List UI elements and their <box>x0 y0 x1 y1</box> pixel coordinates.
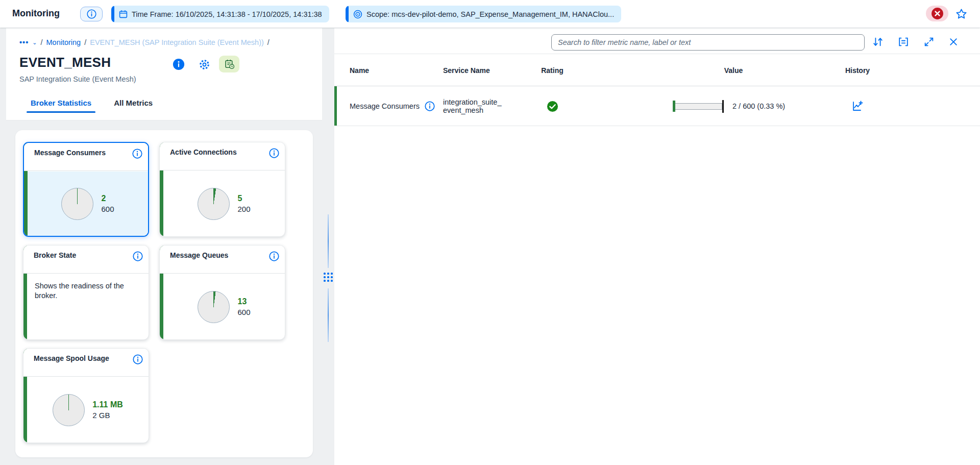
metric-cards-grid: Message Consumers 2 600 Active Connectio… <box>23 142 285 443</box>
breadcrumb-link-monitoring[interactable]: Monitoring <box>46 38 81 46</box>
page-title: EVENT_MESH <box>19 55 111 70</box>
metric-value: 1.11 MB <box>92 400 123 409</box>
breadcrumb: ••• ⌄ / Monitoring / EVENT_MESH (SAP Int… <box>19 38 270 46</box>
value-bar-track <box>675 103 722 110</box>
breadcrumb-overflow-button[interactable]: ••• <box>19 38 29 46</box>
show-labels-button[interactable] <box>897 35 910 48</box>
card-header: Message Consumers <box>24 143 148 171</box>
rating-good-icon <box>547 101 558 112</box>
chip-accent-bar <box>111 6 114 22</box>
card-values: 1.11 MB 2 GB <box>92 400 123 420</box>
metric-card[interactable]: Broker State Shows the readiness of the … <box>23 245 149 340</box>
page-info-button[interactable] <box>80 7 103 21</box>
info-icon[interactable] <box>425 101 435 111</box>
broker-statistics-panel: Message Consumers 2 600 Active Connectio… <box>15 130 313 457</box>
card-header: Message Queues <box>160 246 285 274</box>
value-threshold-marker <box>722 100 724 113</box>
search-input[interactable] <box>551 34 865 51</box>
table-row[interactable]: Message Consumers integration_suite_even… <box>334 86 980 126</box>
metric-card[interactable]: Message Queues 13 600 <box>159 245 285 340</box>
error-status-button[interactable] <box>926 6 948 21</box>
page-subtitle: SAP Integration Suite (Event Mesh) <box>19 75 136 83</box>
card-body: 2 600 <box>28 172 148 236</box>
tab-broker-statistics[interactable]: Broker Statistics <box>31 99 91 113</box>
card-body: 5 200 <box>163 171 285 236</box>
metric-value: 5 <box>237 194 250 203</box>
splitter-grip-icon[interactable] <box>324 270 333 285</box>
scope-target-icon <box>353 10 362 19</box>
card-values: 2 600 <box>101 194 114 213</box>
settings-button[interactable] <box>198 58 211 71</box>
star-icon <box>955 8 968 20</box>
column-header-history[interactable]: History <box>822 54 893 86</box>
column-header-name[interactable]: Name <box>350 54 369 86</box>
metric-limit: 600 <box>101 205 114 213</box>
breadcrumb-separator: / <box>84 38 86 46</box>
metric-limit: 200 <box>237 205 250 213</box>
card-title: Active Connections <box>170 148 257 156</box>
cell-name: Message Consumers <box>350 86 435 126</box>
add-to-history-button[interactable] <box>822 86 893 126</box>
tab-all-metrics[interactable]: All Metrics <box>114 99 153 113</box>
splitter-line <box>328 288 329 342</box>
info-icon[interactable] <box>133 251 143 261</box>
close-icon <box>948 37 959 47</box>
top-bar: Monitoring Time Frame: 16/10/2025, 14:31… <box>0 0 980 28</box>
scope-label: Scope: mcs-dev-pilot-demo, SAP_Expense_M… <box>366 10 614 18</box>
calendar-icon <box>119 10 128 18</box>
close-panel-button[interactable] <box>947 35 960 48</box>
metric-limit: 600 <box>237 308 250 316</box>
time-frame-chip[interactable]: Time Frame: 16/10/2025, 14:31:38 - 17/10… <box>111 6 329 22</box>
value-label: 2 / 600 (0.33 %) <box>732 102 785 110</box>
card-title: Message Spool Usage <box>34 354 120 362</box>
metric-name: Message Consumers <box>350 102 420 110</box>
calendar-clock-icon <box>224 59 235 69</box>
breadcrumb-separator: / <box>267 38 270 46</box>
metrics-toolbar <box>334 28 980 54</box>
info-icon[interactable] <box>269 148 279 158</box>
title-info-button[interactable] <box>172 58 185 71</box>
card-title: Message Consumers <box>34 149 121 157</box>
fullscreen-icon <box>923 36 935 47</box>
panel-splitter[interactable] <box>322 28 334 465</box>
metric-card[interactable]: Active Connections 5 200 <box>159 142 285 237</box>
metric-value: 2 <box>101 194 114 203</box>
tab-bar: Broker Statistics All Metrics <box>31 99 153 113</box>
scope-chip[interactable]: Scope: mcs-dev-pilot-demo, SAP_Expense_M… <box>346 6 621 22</box>
card-values: 5 200 <box>237 194 250 213</box>
metric-value: 13 <box>237 297 250 306</box>
gauge-chart <box>53 394 85 426</box>
sort-button[interactable] <box>871 35 885 48</box>
info-icon[interactable] <box>133 354 143 364</box>
card-description: Shows the readiness of the broker. <box>35 281 140 301</box>
card-header: Message Spool Usage <box>23 349 149 377</box>
info-icon[interactable] <box>132 149 142 159</box>
gauge-chart <box>61 188 93 220</box>
gear-icon <box>199 59 210 70</box>
expand-button[interactable] <box>922 35 936 48</box>
column-header-value[interactable]: Value <box>695 54 772 86</box>
metric-card[interactable]: Message Consumers 2 600 <box>23 142 149 237</box>
metric-card[interactable]: Message Spool Usage 1.11 MB 2 GB <box>23 348 149 443</box>
info-icon[interactable] <box>269 251 279 261</box>
chevron-down-icon[interactable]: ⌄ <box>32 39 37 46</box>
breadcrumb-link-event-mesh[interactable]: EVENT_MESH (SAP Integration Suite (Event… <box>90 38 264 46</box>
favorite-button[interactable] <box>954 7 968 21</box>
gauge-chart <box>198 291 230 323</box>
card-body: 1.11 MB 2 GB <box>27 377 149 443</box>
column-header-rating[interactable]: Rating <box>527 54 578 86</box>
card-header: Broker State <box>23 246 149 274</box>
sort-icon <box>872 36 884 47</box>
info-filled-icon <box>173 58 185 70</box>
splitter-line <box>328 214 329 268</box>
cell-rating <box>527 86 578 126</box>
card-body: 13 600 <box>163 274 285 339</box>
schedule-button[interactable] <box>219 56 239 72</box>
cell-service-name: integration_suite_event_mesh <box>443 98 502 114</box>
chip-accent-bar <box>346 6 349 22</box>
monitoring-app: Monitoring Time Frame: 16/10/2025, 14:31… <box>0 0 980 465</box>
metric-limit: 2 GB <box>92 411 123 420</box>
gauge-chart <box>198 188 230 220</box>
column-header-service-name[interactable]: Service Name <box>443 54 500 86</box>
list-icon <box>898 36 909 47</box>
